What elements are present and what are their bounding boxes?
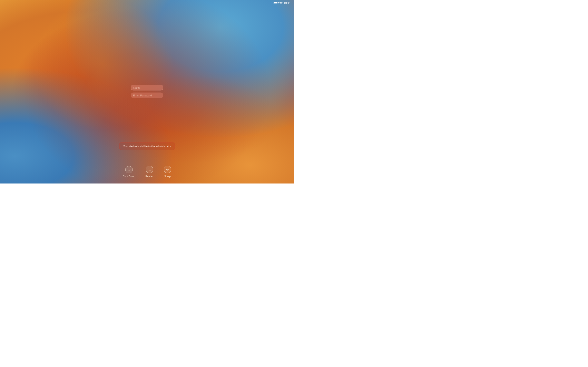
password-input[interactable] — [131, 92, 163, 98]
status-icons: 10:11 — [274, 1, 291, 4]
shutdown-label: Shut Down — [123, 175, 135, 178]
battery-body — [274, 2, 278, 4]
sleep-button[interactable]: Sleep — [164, 166, 171, 178]
name-input[interactable] — [131, 85, 163, 91]
shutdown-icon-circle — [125, 166, 133, 173]
shutdown-icon — [127, 168, 131, 171]
login-container — [131, 85, 163, 98]
restart-icon — [148, 168, 151, 171]
battery-icon — [274, 2, 278, 4]
admin-notice: Your device is visible to the administra… — [120, 142, 174, 150]
restart-button[interactable]: Restart — [145, 166, 154, 178]
sleep-icon — [165, 168, 169, 171]
status-bar: 10:11 — [0, 0, 294, 6]
shutdown-button[interactable]: Shut Down — [123, 166, 135, 178]
wifi-icon — [279, 2, 283, 4]
restart-label: Restart — [145, 175, 154, 178]
bottom-actions: Shut Down Restart Sleep — [123, 166, 171, 178]
sleep-label: Sleep — [164, 175, 171, 178]
battery-fill — [274, 2, 277, 3]
admin-notice-text: Your device is visible to the administra… — [123, 145, 171, 148]
time-display: 10:11 — [284, 1, 291, 4]
sleep-icon-circle — [164, 166, 171, 173]
restart-icon-circle — [146, 166, 153, 173]
